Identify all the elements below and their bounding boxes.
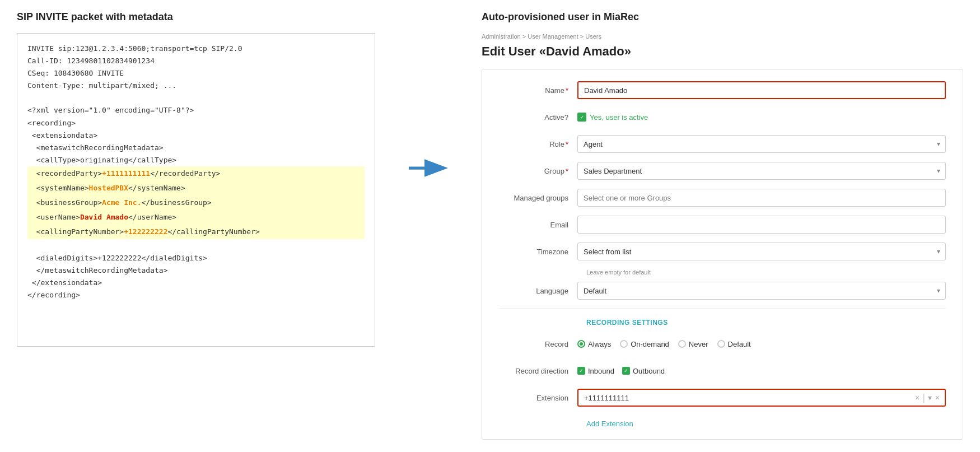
page-title: Edit User «David Amado»: [482, 44, 963, 59]
timezone-section: Timezone Select from list Leave empty fo…: [499, 242, 946, 276]
code-line-blank1: [27, 92, 365, 104]
code-line-5: <?xml version="1.0" encoding="UTF-8"?>: [27, 104, 365, 117]
role-select-wrapper: Agent: [577, 135, 946, 153]
active-check: ✓ Yes, user is active: [577, 113, 648, 122]
direction-checkboxes: ✓ Inbound ✓ Outbound: [577, 367, 665, 375]
role-required: *: [566, 140, 568, 148]
extension-label: Extension: [499, 394, 577, 402]
code-line-1: INVITE sip:123@1.2.3.4:5060;transport=tc…: [27, 43, 365, 55]
left-panel-title: SIP INVITE packet with metadata: [17, 11, 375, 23]
code-line-12: <businessGroup>Acme Inc.</businessGroup>: [27, 195, 365, 210]
right-panel: Auto-provisioned user in MiaRec Administ…: [482, 11, 963, 440]
timezone-label: Timezone: [499, 248, 577, 256]
recording-section-heading: RECORDING SETTINGS: [586, 319, 946, 327]
name-label: Name*: [499, 86, 577, 95]
email-row: Email: [499, 215, 946, 234]
extension-input[interactable]: [584, 394, 913, 402]
record-ondemand-radio[interactable]: [620, 340, 628, 348]
code-line-2: Call-ID: 12349801102834901234: [27, 55, 365, 67]
active-label: Active?: [499, 113, 577, 122]
timezone-select-wrapper: Select from list: [577, 243, 946, 260]
form-card: Name* Active? ✓ Yes, user is active Role…: [482, 69, 963, 440]
outbound-checkbox[interactable]: ✓: [622, 367, 630, 375]
name-input[interactable]: [577, 81, 946, 99]
code-line-3: CSeq: 108430680 INVITE: [27, 67, 365, 80]
email-label: Email: [499, 221, 577, 229]
record-always-label: Always: [588, 340, 611, 348]
outbound-item: ✓ Outbound: [622, 367, 665, 375]
breadcrumb: Administration > User Management > Users: [482, 33, 963, 40]
code-line-8: <metaswitchRecordingMetadata>: [27, 142, 365, 154]
code-line-7: <extensiondata>: [27, 129, 365, 142]
extension-clear-button[interactable]: ×: [913, 394, 921, 402]
group-required: *: [566, 167, 568, 175]
record-label: Record: [499, 340, 577, 348]
breadcrumb-admin: Administration: [482, 33, 521, 40]
record-always-radio[interactable]: [577, 340, 585, 348]
record-never-item: Never: [678, 340, 708, 348]
extension-close-button[interactable]: ×: [934, 394, 941, 402]
code-line-blank2: [27, 239, 365, 251]
record-direction-label: Record direction: [499, 367, 577, 375]
record-default-radio[interactable]: [717, 340, 725, 348]
extension-input-wrapper: × | ▾ ×: [577, 389, 946, 407]
role-row: Role* Agent: [499, 134, 946, 153]
breadcrumb-user-mgmt: User Management: [528, 33, 578, 40]
add-extension-link[interactable]: Add Extension: [586, 420, 633, 428]
breadcrumb-sep2: >: [580, 33, 585, 40]
language-label: Language: [499, 287, 577, 295]
inbound-item: ✓ Inbound: [577, 367, 614, 375]
name-row: Name*: [499, 81, 946, 100]
inbound-label: Inbound: [588, 367, 614, 375]
breadcrumb-users: Users: [585, 33, 601, 40]
breadcrumb-sep1: >: [522, 33, 528, 40]
active-row: Active? ✓ Yes, user is active: [499, 108, 946, 127]
extension-down-button[interactable]: ▾: [926, 394, 934, 402]
name-required: *: [566, 86, 568, 95]
inbound-checkbox[interactable]: ✓: [577, 367, 585, 375]
code-line-16: </metaswitchRecordingMetadata>: [27, 264, 365, 277]
timezone-row: Timezone Select from list: [499, 242, 946, 261]
record-row: Record Always On-demand Never: [499, 334, 946, 353]
record-ondemand-label: On-demand: [631, 340, 669, 348]
timezone-hint: Leave empty for default: [586, 269, 946, 276]
right-panel-title: Auto-provisioned user in MiaRec: [482, 11, 963, 23]
code-line-13: <userName>David Amado</userName>: [27, 210, 365, 225]
code-box: INVITE sip:123@1.2.3.4:5060;transport=tc…: [17, 33, 375, 347]
record-never-radio[interactable]: [678, 340, 686, 348]
code-line-9: <callType>originating</callType>: [27, 154, 365, 166]
form-divider: [499, 308, 946, 309]
code-line-11: <systemName>HostedPBX</systemName>: [27, 181, 365, 195]
managed-groups-row: Managed groups: [499, 188, 946, 207]
active-text: Yes, user is active: [590, 113, 648, 122]
code-line-10: <recordedParty>+1111111111</recordedPart…: [27, 166, 365, 181]
record-ondemand-item: On-demand: [620, 340, 669, 348]
record-default-label: Default: [728, 340, 751, 348]
code-line-14: <callingPartyNumber>+122222222</callingP…: [27, 225, 365, 239]
record-always-item: Always: [577, 340, 611, 348]
group-select-wrapper: Sales Department: [577, 162, 946, 180]
group-row: Group* Sales Department: [499, 161, 946, 180]
email-input[interactable]: [577, 216, 946, 234]
language-row: Language Default: [499, 281, 946, 300]
record-never-label: Never: [689, 340, 708, 348]
code-line-15: <dialedDigits>+122222222</dialedDigits>: [27, 252, 365, 264]
timezone-select[interactable]: Select from list: [577, 243, 946, 260]
code-line-6: <recording>: [27, 117, 365, 129]
arrow-container: [409, 11, 448, 179]
role-select[interactable]: Agent: [577, 135, 946, 153]
code-line-17: </extensiondata>: [27, 277, 365, 289]
language-select-wrapper: Default: [577, 282, 946, 300]
record-default-item: Default: [717, 340, 751, 348]
record-radio-group: Always On-demand Never Default: [577, 340, 751, 348]
group-select[interactable]: Sales Department: [577, 162, 946, 180]
extension-row: Extension × | ▾ ×: [499, 388, 946, 407]
extension-separator: |: [922, 392, 925, 404]
arrow-icon: [409, 157, 448, 179]
code-line-18: </recording>: [27, 289, 365, 301]
record-direction-row: Record direction ✓ Inbound ✓ Outbound: [499, 361, 946, 380]
active-checkmark-icon: ✓: [577, 113, 586, 122]
language-select[interactable]: Default: [577, 282, 946, 300]
managed-groups-input[interactable]: [577, 189, 946, 207]
role-label: Role*: [499, 140, 577, 148]
